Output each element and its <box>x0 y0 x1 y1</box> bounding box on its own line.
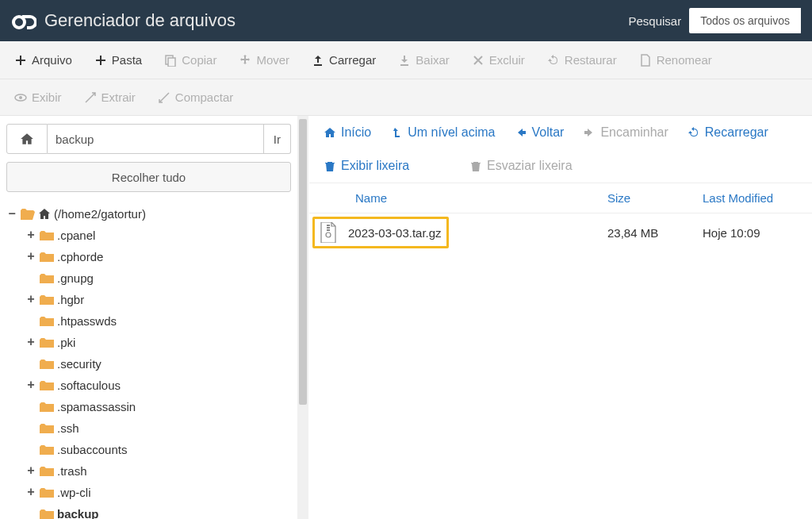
folder-icon <box>40 252 54 263</box>
cpanel-logo-icon <box>11 8 36 33</box>
tree-item[interactable]: +.cphorde <box>25 246 291 267</box>
nav-up-button[interactable]: Um nível acima <box>390 125 495 140</box>
collapse-all-button[interactable]: Recolher tudo <box>6 162 291 192</box>
restore-button-label: Restaurar <box>565 53 617 67</box>
col-modified[interactable]: Last Modified <box>703 191 798 205</box>
tree-root[interactable]: − (/home2/gatortur) <box>6 203 291 225</box>
show-trash-label: Exibir lixeira <box>341 159 409 173</box>
view-button-label: Exibir <box>32 90 62 104</box>
go-button[interactable]: Ir <box>264 124 291 154</box>
topbar: Gerenciador de arquivos Pesquisar Todos … <box>0 0 812 41</box>
tree-item[interactable]: .ssh <box>25 417 291 439</box>
page-title: Gerenciador de arquivos <box>44 10 236 31</box>
download-button-label: Baixar <box>416 53 450 67</box>
selected-file[interactable]: 2023-03-03.tar.gz <box>312 217 449 248</box>
download-button: Baixar <box>387 43 461 77</box>
folder-icon <box>40 359 54 370</box>
tree-item[interactable]: backup <box>25 503 291 519</box>
empty-trash-label: Esvaziar lixeira <box>487 159 573 173</box>
extract-icon <box>84 91 97 104</box>
expand-toggle[interactable]: + <box>25 332 36 353</box>
tree-item[interactable]: .gnupg <box>25 267 291 289</box>
folder-button[interactable]: Pasta <box>83 43 153 77</box>
file-name: 2023-03-03.tar.gz <box>348 226 442 240</box>
folder-icon <box>40 444 54 456</box>
copy-button: Copiar <box>153 43 228 77</box>
col-name[interactable]: Name <box>355 191 607 205</box>
nav-up-label: Um nível acima <box>408 125 495 140</box>
tree-item[interactable]: +.hgbr <box>25 289 291 310</box>
tree-item-label: .subaccounts <box>57 439 127 460</box>
tree-item-label: .htpasswds <box>57 310 117 332</box>
folder-icon <box>40 230 54 241</box>
tree-item[interactable]: +.trash <box>25 460 291 482</box>
search-label: Pesquisar <box>628 14 681 28</box>
search-scope-select[interactable]: Todos os arquivos <box>689 8 801 33</box>
folder-icon <box>40 316 54 327</box>
nav-back-button[interactable]: Voltar <box>515 125 565 140</box>
eye-icon <box>14 91 27 104</box>
table-row[interactable]: 2023-03-03.tar.gz 23,84 MB Hoje 10:09 <box>309 213 812 256</box>
scrollbar[interactable] <box>297 116 308 519</box>
tree-item[interactable]: +.pki <box>25 332 291 353</box>
scrollbar-thumb[interactable] <box>299 119 307 405</box>
tree-item[interactable]: +.cpanel <box>25 225 291 246</box>
collapse-toggle[interactable]: − <box>6 203 17 225</box>
folder-icon <box>40 380 54 391</box>
nav-back-label: Voltar <box>532 125 565 140</box>
tree-item[interactable]: .htpasswds <box>25 310 291 332</box>
trash-icon <box>324 160 336 172</box>
col-size[interactable]: Size <box>607 191 703 205</box>
compress-button-label: Compactar <box>175 90 233 104</box>
folder-icon <box>40 273 54 284</box>
tree-item-label: .softaculous <box>57 375 121 396</box>
show-trash-button[interactable]: Exibir lixeira <box>324 159 450 173</box>
tree-item-label: .cpanel <box>57 225 95 246</box>
compress-icon <box>158 91 170 104</box>
root-label: (/home2/gatortur) <box>54 203 146 225</box>
tree-item-label: .gnupg <box>57 267 94 289</box>
nav-home-button[interactable]: Início <box>324 125 371 140</box>
tree-item-label: .security <box>57 353 102 375</box>
tree-item[interactable]: .spamassassin <box>25 396 291 417</box>
nav-reload-button[interactable]: Recarregar <box>688 125 768 140</box>
plus-icon <box>94 54 107 67</box>
expand-toggle[interactable]: + <box>25 482 36 503</box>
tree-item-label: .ssh <box>57 417 79 439</box>
tree-item[interactable]: +.wp-cli <box>25 482 291 503</box>
upload-button-label: Carregar <box>329 53 376 67</box>
path-input[interactable] <box>48 124 264 154</box>
tree-item-label: .spamassassin <box>57 396 136 417</box>
tree-item[interactable]: +.softaculous <box>25 375 291 396</box>
expand-toggle[interactable]: + <box>25 460 36 482</box>
upload-button[interactable]: Carregar <box>301 43 387 77</box>
home-icon <box>20 132 34 146</box>
expand-toggle[interactable]: + <box>25 246 36 267</box>
expand-toggle[interactable]: + <box>25 375 36 396</box>
nav-reload-label: Recarregar <box>705 125 768 140</box>
file-panel: Início Um nível acima Voltar Encaminhar … <box>309 116 812 519</box>
expand-toggle[interactable]: + <box>25 289 36 310</box>
nav-forward-button: Encaminhar <box>583 125 668 140</box>
tree-item[interactable]: .security <box>25 353 291 375</box>
arrow-right-icon <box>583 126 596 139</box>
archive-file-icon <box>320 222 337 243</box>
svg-rect-5 <box>327 225 330 226</box>
folder-icon <box>40 423 54 434</box>
folder-icon <box>40 337 54 348</box>
delete-icon <box>472 54 485 67</box>
folder-icon <box>40 294 54 306</box>
tree-item[interactable]: .subaccounts <box>25 439 291 460</box>
home-icon-button[interactable] <box>6 124 48 154</box>
expand-toggle[interactable]: + <box>25 225 36 246</box>
tree-item-label: .hgbr <box>57 289 84 310</box>
folder-icon <box>40 402 54 413</box>
folder-icon <box>40 509 54 520</box>
file-button-label: Arquivo <box>32 53 72 67</box>
reload-icon <box>688 126 700 139</box>
level-up-icon <box>390 126 403 139</box>
upload-icon <box>312 54 324 67</box>
file-button[interactable]: Arquivo <box>3 43 83 77</box>
restore-icon <box>547 54 560 67</box>
svg-point-4 <box>19 96 22 99</box>
